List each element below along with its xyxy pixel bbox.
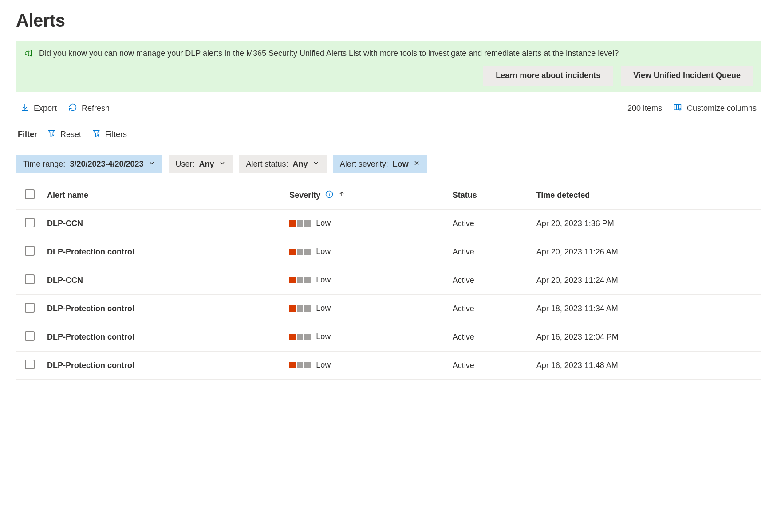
col-alert-name[interactable]: Alert name	[43, 181, 285, 210]
alert-name: DLP-Protection control	[47, 304, 134, 313]
severity-cell: Low	[289, 360, 331, 370]
chip-label: Time range:	[23, 160, 65, 169]
row-checkbox[interactable]	[25, 331, 35, 341]
severity-bars-icon	[289, 334, 311, 340]
alert-name: DLP-CCN	[47, 276, 83, 285]
learn-more-button[interactable]: Learn more about incidents	[483, 66, 613, 86]
chip-label: Alert severity:	[340, 160, 388, 169]
severity-cell: Low	[289, 247, 331, 256]
chip-value: Any	[293, 160, 308, 169]
chevron-down-icon	[219, 160, 226, 169]
reset-label: Reset	[60, 130, 81, 139]
chip-user[interactable]: User: Any	[169, 155, 233, 173]
info-icon[interactable]	[325, 190, 334, 201]
page-title: Alerts	[16, 11, 761, 31]
chip-alert-severity[interactable]: Alert severity: Low	[333, 155, 427, 173]
status-cell: Active	[448, 323, 532, 352]
info-banner: Did you know you can now manage your DLP…	[16, 41, 761, 92]
severity-bars-icon	[289, 249, 311, 255]
filter-label: Filter	[18, 130, 37, 139]
table-row[interactable]: DLP-Protection control Low Active Apr 16…	[16, 323, 761, 352]
severity-cell: Low	[289, 332, 331, 341]
filters-label: Filters	[105, 130, 127, 139]
row-checkbox[interactable]	[25, 303, 35, 313]
refresh-label: Refresh	[82, 104, 110, 113]
row-checkbox[interactable]	[25, 218, 35, 227]
chip-value: Any	[199, 160, 214, 169]
filter-chips: Time range: 3/20/2023-4/20/2023 User: An…	[16, 155, 761, 173]
close-icon[interactable]	[413, 160, 420, 169]
severity-header-label: Severity	[289, 191, 320, 200]
banner-text: Did you know you can now manage your DLP…	[39, 47, 753, 59]
col-severity[interactable]: Severity	[285, 181, 448, 210]
severity-cell: Low	[289, 219, 331, 228]
time-cell: Apr 18, 2023 11:34 AM	[532, 295, 761, 323]
chip-label: User:	[176, 160, 195, 169]
severity-text: Low	[316, 304, 331, 313]
table-row[interactable]: DLP-Protection control Low Active Apr 16…	[16, 352, 761, 380]
download-icon	[20, 103, 29, 114]
severity-bars-icon	[289, 362, 311, 368]
time-cell: Apr 16, 2023 12:04 PM	[532, 323, 761, 352]
table-row[interactable]: DLP-CCN Low Active Apr 20, 2023 1:36 PM	[16, 210, 761, 238]
severity-text: Low	[316, 247, 331, 256]
chip-label: Alert status:	[246, 160, 288, 169]
alerts-table: Alert name Severity Status Time detected…	[16, 181, 761, 380]
status-cell: Active	[448, 352, 532, 380]
time-cell: Apr 20, 2023 11:24 AM	[532, 266, 761, 295]
filter-bar: Filter Reset Filters	[16, 125, 761, 151]
export-button[interactable]: Export	[20, 101, 58, 116]
chip-time-range[interactable]: Time range: 3/20/2023-4/20/2023	[16, 155, 162, 173]
status-cell: Active	[448, 266, 532, 295]
time-cell: Apr 20, 2023 11:26 AM	[532, 238, 761, 266]
status-cell: Active	[448, 295, 532, 323]
severity-bars-icon	[289, 220, 311, 227]
severity-text: Low	[316, 275, 331, 285]
table-row[interactable]: DLP-Protection control Low Active Apr 20…	[16, 238, 761, 266]
alert-name: DLP-Protection control	[47, 332, 134, 341]
refresh-button[interactable]: Refresh	[67, 101, 110, 116]
status-cell: Active	[448, 210, 532, 238]
row-checkbox[interactable]	[25, 246, 35, 256]
filter-add-icon	[92, 129, 101, 140]
row-checkbox[interactable]	[25, 360, 35, 369]
customize-columns-button[interactable]: Customize columns	[672, 101, 757, 116]
megaphone-icon	[24, 48, 34, 60]
customize-label: Customize columns	[687, 104, 757, 113]
columns-icon	[673, 103, 682, 114]
chevron-down-icon	[312, 160, 319, 169]
table-row[interactable]: DLP-CCN Low Active Apr 20, 2023 11:24 AM	[16, 266, 761, 295]
col-status[interactable]: Status	[448, 181, 532, 210]
time-cell: Apr 20, 2023 1:36 PM	[532, 210, 761, 238]
table-row[interactable]: DLP-Protection control Low Active Apr 18…	[16, 295, 761, 323]
svg-point-1	[678, 108, 681, 110]
row-checkbox[interactable]	[25, 274, 35, 284]
chevron-down-icon	[148, 160, 155, 169]
toolbar: Export Refresh 200 items Customize colum…	[16, 92, 761, 125]
alert-name: DLP-Protection control	[47, 361, 134, 370]
filter-reset-icon	[47, 129, 56, 140]
severity-cell: Low	[289, 304, 331, 313]
col-time[interactable]: Time detected	[532, 181, 761, 210]
export-label: Export	[34, 104, 57, 113]
item-count: 200 items	[627, 104, 662, 113]
status-cell: Active	[448, 238, 532, 266]
chip-value: Low	[393, 160, 409, 169]
severity-cell: Low	[289, 275, 331, 285]
reset-button[interactable]: Reset	[46, 127, 82, 142]
view-queue-button[interactable]: View Unified Incident Queue	[621, 66, 753, 86]
time-cell: Apr 16, 2023 11:48 AM	[532, 352, 761, 380]
severity-text: Low	[316, 360, 331, 370]
filters-button[interactable]: Filters	[91, 127, 128, 142]
chip-alert-status[interactable]: Alert status: Any	[239, 155, 327, 173]
chip-value: 3/20/2023-4/20/2023	[70, 160, 143, 169]
select-all-checkbox[interactable]	[25, 189, 35, 199]
severity-text: Low	[316, 219, 331, 228]
severity-bars-icon	[289, 277, 311, 283]
severity-text: Low	[316, 332, 331, 341]
severity-bars-icon	[289, 305, 311, 312]
refresh-icon	[68, 103, 77, 114]
svg-rect-0	[674, 104, 681, 110]
alert-name: DLP-CCN	[47, 219, 83, 228]
sort-asc-icon[interactable]	[338, 191, 345, 200]
